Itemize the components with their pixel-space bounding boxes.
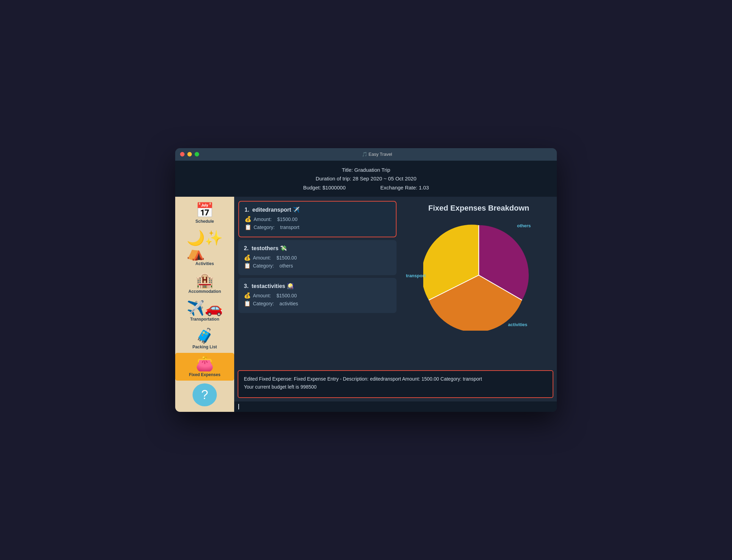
- chart-label-activities: activities: [508, 322, 527, 327]
- content-area: 1. editedransport ✈️ 💰 Amount: $1500.00 …: [234, 197, 557, 367]
- expense-title-2: 2. testothers 💸: [244, 245, 391, 252]
- expenses-list: 1. editedransport ✈️ 💰 Amount: $1500.00 …: [234, 197, 401, 367]
- expense-category-2: 📋 Category: others: [244, 262, 391, 269]
- expense-title-1: 1. editedransport ✈️: [245, 206, 390, 213]
- money-icon-3: 💰: [244, 292, 251, 299]
- pie-chart-container: others transport activities: [423, 220, 534, 331]
- titlebar: 🎵 Easy Travel: [175, 148, 557, 161]
- sidebar-item-transportation[interactable]: ✈️🚗 Transportation: [175, 297, 234, 325]
- expense-amount-3: 💰 Amount: $1500.00: [244, 292, 391, 299]
- status-text: Edited Fixed Expense: Fixed Expense Entr…: [244, 375, 547, 391]
- money-icon-2: 💰: [244, 254, 251, 261]
- sidebar-item-accommodation[interactable]: 🏨 Accommodation: [175, 270, 234, 297]
- category-icon-3: 📋: [244, 300, 251, 307]
- category-icon-1: 📋: [245, 224, 252, 230]
- sidebar-label-packing: Packing List: [193, 345, 217, 349]
- status-line-2: Your current budget left is 998500: [244, 383, 547, 391]
- header-banner: Title: Graduation Trip Duration of trip:…: [175, 161, 557, 197]
- sidebar-item-schedule[interactable]: 📅 Schedule: [175, 200, 234, 227]
- expense-category-3: 📋 Category: activities: [244, 300, 391, 307]
- sidebar: 📅 Schedule 🌙✨⛺ Activities 🏨 Accommodatio…: [175, 197, 234, 412]
- trip-budget: Budget: $1000000: [303, 183, 346, 192]
- trip-title: Title: Graduation Trip: [182, 166, 550, 175]
- accommodation-icon: 🏨: [196, 273, 214, 288]
- expense-item-1[interactable]: 1. editedransport ✈️ 💰 Amount: $1500.00 …: [238, 201, 397, 237]
- chart-label-transport: transport: [406, 273, 426, 278]
- fixed-expenses-icon: 👛: [196, 356, 214, 371]
- input-cursor: [238, 404, 239, 409]
- expense-category-1: 📋 Category: transport: [245, 224, 390, 230]
- exchange-rate: Exchange Rate: 1.03: [380, 183, 429, 192]
- expense-amount-1: 💰 Amount: $1500.00: [245, 216, 390, 222]
- expense-item-3[interactable]: 3. testactivities 🎑 💰 Amount: $1500.00 📋…: [238, 278, 397, 313]
- chart-area: Fixed Expenses Breakdown: [401, 197, 557, 367]
- sidebar-item-help[interactable]: ?: [193, 383, 217, 406]
- activities-icon: 🌙✨⛺: [187, 231, 223, 260]
- pie-chart: [423, 220, 534, 331]
- money-icon-1: 💰: [245, 216, 252, 222]
- sidebar-label-fixed-expenses: Fixed Expenses: [189, 372, 221, 377]
- sidebar-label-activities: Activities: [195, 261, 214, 266]
- main-content: 📅 Schedule 🌙✨⛺ Activities 🏨 Accommodatio…: [175, 197, 557, 412]
- schedule-icon: 📅: [196, 203, 214, 218]
- category-icon-2: 📋: [244, 262, 251, 269]
- close-button[interactable]: [180, 152, 185, 156]
- maximize-button[interactable]: [195, 152, 199, 156]
- expense-item-2[interactable]: 2. testothers 💸 💰 Amount: $1500.00 📋 Cat…: [238, 240, 397, 275]
- packing-icon: 🧳: [196, 329, 214, 343]
- expense-title-3: 3. testactivities 🎑: [244, 283, 391, 289]
- trip-duration: Duration of trip: 28 Sep 2020 ~ 05 Oct 2…: [182, 174, 550, 183]
- sidebar-label-accommodation: Accommodation: [188, 289, 221, 294]
- window-title: 🎵 Easy Travel: [202, 152, 552, 157]
- sidebar-item-packing-list[interactable]: 🧳 Packing List: [175, 325, 234, 353]
- expense-amount-2: 💰 Amount: $1500.00: [244, 254, 391, 261]
- right-panel: 1. editedransport ✈️ 💰 Amount: $1500.00 …: [234, 197, 557, 412]
- sidebar-label-schedule: Schedule: [195, 219, 214, 224]
- chart-title: Fixed Expenses Breakdown: [428, 204, 529, 213]
- minimize-button[interactable]: [187, 152, 192, 156]
- sidebar-item-activities[interactable]: 🌙✨⛺ Activities: [175, 227, 234, 270]
- transportation-icon: ✈️🚗: [187, 301, 223, 315]
- sidebar-label-transportation: Transportation: [190, 317, 219, 322]
- app-window: 🎵 Easy Travel Title: Graduation Trip Dur…: [175, 148, 557, 412]
- help-icon: ?: [201, 388, 208, 402]
- status-line-1: Edited Fixed Expense: Fixed Expense Entr…: [244, 375, 547, 383]
- sidebar-item-fixed-expenses[interactable]: 👛 Fixed Expenses: [175, 353, 234, 381]
- input-bar[interactable]: [234, 401, 557, 412]
- status-bar: Edited Fixed Expense: Fixed Expense Entr…: [238, 370, 553, 398]
- chart-label-others: others: [517, 223, 531, 228]
